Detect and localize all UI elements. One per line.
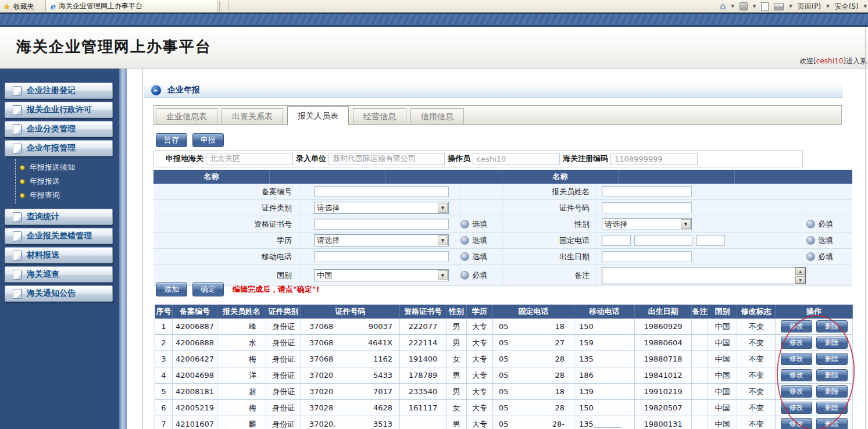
phone-part-input[interactable] <box>696 235 725 246</box>
select-dropdown[interactable]: 请选择▼ <box>602 218 692 230</box>
scroll-down-icon[interactable]: ▼ <box>795 276 805 284</box>
modify-button[interactable]: 修改 <box>781 369 812 381</box>
modify-button[interactable]: 修改 <box>781 385 812 398</box>
sidebar-subitem[interactable]: 年报报送须知 <box>20 160 127 174</box>
table-cell <box>692 351 708 367</box>
mobile-prefix: 159 <box>579 338 594 347</box>
tab-企业信息表[interactable]: 企业信息表 <box>156 108 217 124</box>
browser-tab[interactable]: e 海关企业管理网上办事平台 <box>45 0 217 12</box>
text-input[interactable] <box>602 186 692 197</box>
document-icon <box>13 289 22 299</box>
textarea-scrollbar[interactable]: ▲▼ <box>795 267 805 284</box>
table-cell: 0528- <box>493 416 574 429</box>
favorites-button[interactable]: ★ 收藏夹 <box>3 0 34 13</box>
document-icon <box>13 270 22 280</box>
id-prefix: 37020 <box>309 387 333 396</box>
modify-button[interactable]: 修改 <box>781 418 812 429</box>
tab-出资关系表[interactable]: 出资关系表 <box>222 108 283 124</box>
text-input[interactable] <box>314 186 449 197</box>
sidebar-item[interactable]: 查询统计 <box>5 209 113 225</box>
document-icon <box>13 144 22 153</box>
chevron-down-icon[interactable]: ▼ <box>681 219 691 229</box>
table-cell: 19880718 <box>635 351 692 367</box>
chevron-down-icon[interactable]: ▼ <box>789 4 792 9</box>
document-icon <box>13 124 22 134</box>
tab-报关人员表[interactable]: 报关人员表 <box>287 106 349 125</box>
remarks-textarea[interactable]: ▲▼ <box>602 267 806 284</box>
chevron-down-icon[interactable]: ▼ <box>753 4 756 9</box>
tab-经营信息[interactable]: 经营信息 <box>353 108 406 124</box>
delete-button[interactable]: 删除 <box>816 353 848 365</box>
sidebar-item-label: 海关巡查 <box>27 269 59 280</box>
field-value[interactable]: 北京关区 <box>206 153 293 165</box>
sidebar-item[interactable]: 海关巡查 <box>5 266 113 283</box>
text-input[interactable] <box>602 251 692 262</box>
delete-button[interactable]: 删除 <box>816 337 848 349</box>
hint-cell: 必填 <box>806 216 852 232</box>
modify-button[interactable]: 修改 <box>781 353 812 365</box>
field-label: 海关注册编码 <box>563 153 608 164</box>
chevron-down-icon[interactable]: ▼ <box>826 4 829 9</box>
delete-button[interactable]: 删除 <box>816 418 848 429</box>
document-icon <box>13 105 22 115</box>
select-dropdown[interactable]: 请选择▼ <box>314 202 449 214</box>
text-input[interactable] <box>314 219 449 230</box>
sidebar-subitem[interactable]: 年报查询 <box>20 188 127 202</box>
table-cell: 7 <box>155 416 173 429</box>
sidebar-item[interactable]: 企业分类管理 <box>5 121 113 137</box>
read-mail-icon[interactable] <box>761 2 769 11</box>
text-input[interactable] <box>602 202 692 213</box>
id-prefix: 37068 <box>309 355 333 363</box>
sidebar-item[interactable]: 企业年报管理 <box>5 140 113 156</box>
delete-button[interactable]: 删除 <box>816 369 848 381</box>
table-cell: 150 <box>574 400 635 416</box>
scroll-up-icon[interactable]: ▲ <box>795 267 805 275</box>
form-field: 请选择▼ <box>299 200 460 216</box>
delete-button[interactable]: 删除 <box>816 320 848 333</box>
phone-part-input[interactable] <box>634 235 692 246</box>
chevron-down-icon[interactable]: ▼ <box>438 270 448 280</box>
tab-信用信息[interactable]: 信用信息 <box>410 108 464 124</box>
add-button[interactable]: 添加 <box>156 283 187 296</box>
chevron-down-icon[interactable]: ▼ <box>438 203 448 213</box>
sidebar-item[interactable]: 海关通知公告 <box>5 285 113 302</box>
table-cell: 修改删除 <box>776 400 853 416</box>
select-dropdown[interactable]: 请选择▼ <box>314 234 449 246</box>
sidebar-item[interactable]: 企业报关差错管理 <box>5 228 113 244</box>
home-icon[interactable]: ⌂ <box>720 2 726 11</box>
table-cell: 洋 <box>217 367 266 383</box>
chevron-down-icon[interactable]: ▼ <box>438 235 448 245</box>
text-input[interactable] <box>314 251 449 262</box>
column-header: 证件类别 <box>266 305 301 319</box>
delete-button[interactable]: 删除 <box>816 385 848 398</box>
column-header: 修改标志 <box>737 305 776 319</box>
security-menu[interactable]: 安全(S) <box>835 2 859 12</box>
declare-button[interactable]: 申报 <box>192 133 224 147</box>
tab-separator <box>219 1 220 12</box>
save-draft-button[interactable]: 暂存 <box>156 133 187 147</box>
sidebar-item[interactable]: 材料报送 <box>5 247 113 263</box>
sidebar-subitem[interactable]: 年报报送 <box>20 174 127 188</box>
table-cell: 19800131 <box>635 416 692 429</box>
table-cell: 身份证 <box>266 351 301 367</box>
chevron-down-icon[interactable]: ▼ <box>731 4 734 9</box>
phone-part-input[interactable] <box>602 235 631 246</box>
select-dropdown[interactable]: 中国▼ <box>314 269 449 281</box>
table-cell: 222077 <box>400 319 446 334</box>
field-value[interactable]: 新时代国际运输有限公司 <box>328 153 445 165</box>
modify-button[interactable]: 修改 <box>781 337 812 349</box>
page-menu[interactable]: 页面(P) <box>798 2 821 12</box>
sidebar-item[interactable]: 报关企业行政许可 <box>5 102 113 118</box>
sidebar-item[interactable]: 企业注册登记 <box>5 83 113 99</box>
chevron-down-icon[interactable]: ▼ <box>864 4 867 9</box>
printer-icon[interactable] <box>774 3 784 10</box>
confirm-button[interactable]: 确定 <box>192 283 224 296</box>
page-edge-line <box>865 27 866 429</box>
rss-feed-icon[interactable] <box>740 2 748 10</box>
delete-button[interactable]: 删除 <box>816 402 848 414</box>
field-value[interactable]: 1108999999 <box>610 153 698 165</box>
modify-button[interactable]: 修改 <box>781 402 812 414</box>
modify-button[interactable]: 修改 <box>781 320 812 333</box>
table-cell: 女 <box>446 351 467 367</box>
field-value[interactable]: ceshi10 <box>473 153 560 165</box>
